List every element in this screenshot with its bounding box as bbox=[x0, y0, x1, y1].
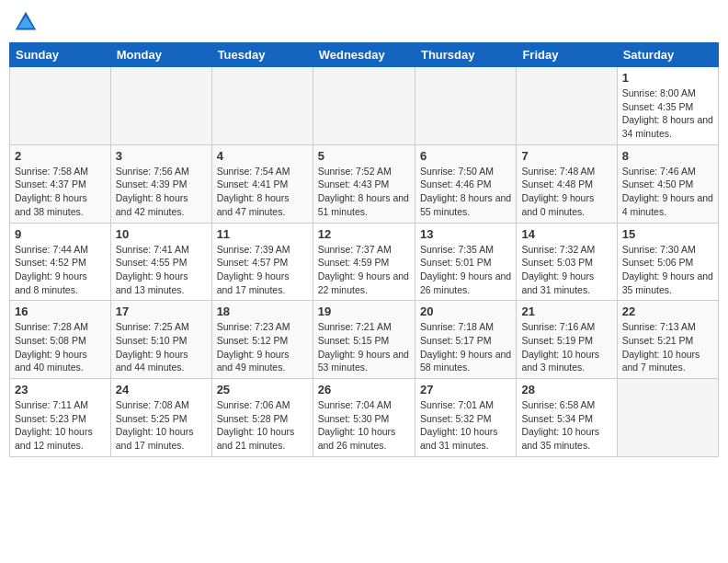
day-info: Sunrise: 7:39 AM Sunset: 4:57 PM Dayligh… bbox=[217, 243, 308, 297]
dow-header-friday: Friday bbox=[517, 43, 617, 67]
day-number: 19 bbox=[318, 304, 410, 318]
day-number: 26 bbox=[318, 383, 410, 396]
calendar-cell: 8Sunrise: 7:46 AM Sunset: 4:50 PM Daylig… bbox=[617, 144, 718, 223]
calendar-cell: 10Sunrise: 7:41 AM Sunset: 4:55 PM Dayli… bbox=[110, 223, 211, 301]
day-info: Sunrise: 7:11 AM Sunset: 5:23 PM Dayligh… bbox=[15, 398, 106, 453]
day-number: 25 bbox=[217, 383, 308, 396]
day-info: Sunrise: 7:37 AM Sunset: 4:59 PM Dayligh… bbox=[318, 243, 410, 297]
day-info: Sunrise: 7:13 AM Sunset: 5:21 PM Dayligh… bbox=[622, 320, 713, 374]
day-of-week-row: SundayMondayTuesdayWednesdayThursdayFrid… bbox=[10, 43, 719, 67]
day-number: 1 bbox=[622, 71, 713, 85]
calendar-cell bbox=[313, 67, 415, 145]
day-info: Sunrise: 7:48 AM Sunset: 4:48 PM Dayligh… bbox=[521, 165, 611, 219]
dow-header-sunday: Sunday bbox=[10, 43, 111, 67]
day-number: 12 bbox=[318, 227, 410, 241]
day-info: Sunrise: 7:23 AM Sunset: 5:12 PM Dayligh… bbox=[217, 320, 308, 374]
page-header bbox=[9, 9, 719, 35]
day-number: 5 bbox=[318, 149, 410, 163]
calendar-cell: 27Sunrise: 7:01 AM Sunset: 5:32 PM Dayli… bbox=[415, 379, 516, 457]
dow-header-monday: Monday bbox=[110, 43, 211, 67]
day-info: Sunrise: 8:00 AM Sunset: 4:35 PM Dayligh… bbox=[622, 86, 713, 141]
calendar-cell: 14Sunrise: 7:32 AM Sunset: 5:03 PM Dayli… bbox=[517, 223, 617, 301]
day-info: Sunrise: 6:58 AM Sunset: 5:34 PM Dayligh… bbox=[521, 398, 611, 453]
calendar-cell: 12Sunrise: 7:37 AM Sunset: 4:59 PM Dayli… bbox=[313, 223, 415, 301]
day-info: Sunrise: 7:25 AM Sunset: 5:10 PM Dayligh… bbox=[116, 320, 207, 374]
calendar-cell: 26Sunrise: 7:04 AM Sunset: 5:30 PM Dayli… bbox=[313, 379, 415, 457]
day-info: Sunrise: 7:04 AM Sunset: 5:30 PM Dayligh… bbox=[318, 398, 410, 453]
calendar-cell bbox=[211, 67, 313, 145]
calendar-cell: 5Sunrise: 7:52 AM Sunset: 4:43 PM Daylig… bbox=[313, 144, 415, 223]
calendar-cell bbox=[415, 67, 516, 145]
day-info: Sunrise: 7:18 AM Sunset: 5:17 PM Dayligh… bbox=[420, 320, 511, 374]
calendar-cell: 19Sunrise: 7:21 AM Sunset: 5:15 PM Dayli… bbox=[313, 301, 415, 379]
day-info: Sunrise: 7:32 AM Sunset: 5:03 PM Dayligh… bbox=[521, 243, 611, 297]
day-info: Sunrise: 7:54 AM Sunset: 4:41 PM Dayligh… bbox=[217, 165, 308, 219]
calendar-cell: 20Sunrise: 7:18 AM Sunset: 5:17 PM Dayli… bbox=[415, 301, 516, 379]
day-info: Sunrise: 7:50 AM Sunset: 4:46 PM Dayligh… bbox=[420, 165, 511, 219]
day-info: Sunrise: 7:58 AM Sunset: 4:37 PM Dayligh… bbox=[15, 165, 106, 219]
calendar-cell bbox=[110, 67, 211, 145]
calendar-table: SundayMondayTuesdayWednesdayThursdayFrid… bbox=[9, 42, 719, 457]
calendar-cell: 28Sunrise: 6:58 AM Sunset: 5:34 PM Dayli… bbox=[517, 379, 617, 457]
day-info: Sunrise: 7:06 AM Sunset: 5:28 PM Dayligh… bbox=[217, 398, 308, 453]
calendar-cell bbox=[517, 67, 617, 145]
day-number: 21 bbox=[521, 304, 611, 318]
day-number: 13 bbox=[420, 227, 511, 241]
calendar-cell bbox=[10, 67, 111, 145]
week-row-5: 23Sunrise: 7:11 AM Sunset: 5:23 PM Dayli… bbox=[10, 379, 719, 457]
day-info: Sunrise: 7:52 AM Sunset: 4:43 PM Dayligh… bbox=[318, 165, 410, 219]
calendar-cell: 3Sunrise: 7:56 AM Sunset: 4:39 PM Daylig… bbox=[110, 144, 211, 223]
calendar-cell bbox=[617, 379, 718, 457]
day-number: 14 bbox=[521, 227, 611, 241]
day-info: Sunrise: 7:30 AM Sunset: 5:06 PM Dayligh… bbox=[622, 243, 713, 297]
week-row-2: 2Sunrise: 7:58 AM Sunset: 4:37 PM Daylig… bbox=[10, 144, 719, 223]
day-info: Sunrise: 7:44 AM Sunset: 4:52 PM Dayligh… bbox=[15, 243, 106, 297]
day-number: 18 bbox=[217, 304, 308, 318]
week-row-4: 16Sunrise: 7:28 AM Sunset: 5:08 PM Dayli… bbox=[10, 301, 719, 379]
calendar-cell: 1Sunrise: 8:00 AM Sunset: 4:35 PM Daylig… bbox=[617, 67, 718, 145]
day-info: Sunrise: 7:56 AM Sunset: 4:39 PM Dayligh… bbox=[116, 165, 207, 219]
day-number: 7 bbox=[521, 149, 611, 163]
day-number: 24 bbox=[116, 383, 207, 396]
day-info: Sunrise: 7:08 AM Sunset: 5:25 PM Dayligh… bbox=[116, 398, 207, 453]
calendar-cell: 25Sunrise: 7:06 AM Sunset: 5:28 PM Dayli… bbox=[211, 379, 313, 457]
calendar-body: 1Sunrise: 8:00 AM Sunset: 4:35 PM Daylig… bbox=[10, 67, 719, 457]
day-number: 10 bbox=[116, 227, 207, 241]
dow-header-tuesday: Tuesday bbox=[211, 43, 313, 67]
calendar-cell: 6Sunrise: 7:50 AM Sunset: 4:46 PM Daylig… bbox=[415, 144, 516, 223]
week-row-3: 9Sunrise: 7:44 AM Sunset: 4:52 PM Daylig… bbox=[10, 223, 719, 301]
day-number: 22 bbox=[622, 304, 713, 318]
day-number: 2 bbox=[15, 149, 106, 163]
logo bbox=[13, 9, 42, 35]
day-number: 20 bbox=[420, 304, 511, 318]
calendar-cell: 17Sunrise: 7:25 AM Sunset: 5:10 PM Dayli… bbox=[110, 301, 211, 379]
calendar-cell: 15Sunrise: 7:30 AM Sunset: 5:06 PM Dayli… bbox=[617, 223, 718, 301]
day-number: 28 bbox=[521, 383, 611, 396]
day-info: Sunrise: 7:21 AM Sunset: 5:15 PM Dayligh… bbox=[318, 320, 410, 374]
calendar-cell: 11Sunrise: 7:39 AM Sunset: 4:57 PM Dayli… bbox=[211, 223, 313, 301]
day-number: 17 bbox=[116, 304, 207, 318]
day-info: Sunrise: 7:16 AM Sunset: 5:19 PM Dayligh… bbox=[521, 320, 611, 374]
day-number: 15 bbox=[622, 227, 713, 241]
dow-header-wednesday: Wednesday bbox=[313, 43, 415, 67]
calendar-cell: 18Sunrise: 7:23 AM Sunset: 5:12 PM Dayli… bbox=[211, 301, 313, 379]
calendar-cell: 24Sunrise: 7:08 AM Sunset: 5:25 PM Dayli… bbox=[110, 379, 211, 457]
day-number: 11 bbox=[217, 227, 308, 241]
day-number: 6 bbox=[420, 149, 511, 163]
calendar-cell: 4Sunrise: 7:54 AM Sunset: 4:41 PM Daylig… bbox=[211, 144, 313, 223]
dow-header-saturday: Saturday bbox=[617, 43, 718, 67]
calendar-cell: 7Sunrise: 7:48 AM Sunset: 4:48 PM Daylig… bbox=[517, 144, 617, 223]
day-number: 16 bbox=[15, 304, 106, 318]
calendar-cell: 13Sunrise: 7:35 AM Sunset: 5:01 PM Dayli… bbox=[415, 223, 516, 301]
calendar-cell: 2Sunrise: 7:58 AM Sunset: 4:37 PM Daylig… bbox=[10, 144, 111, 223]
day-info: Sunrise: 7:35 AM Sunset: 5:01 PM Dayligh… bbox=[420, 243, 511, 297]
calendar-cell: 23Sunrise: 7:11 AM Sunset: 5:23 PM Dayli… bbox=[10, 379, 111, 457]
day-number: 27 bbox=[420, 383, 511, 396]
day-number: 8 bbox=[622, 149, 713, 163]
week-row-1: 1Sunrise: 8:00 AM Sunset: 4:35 PM Daylig… bbox=[10, 67, 719, 145]
day-number: 23 bbox=[15, 383, 106, 396]
day-number: 3 bbox=[116, 149, 207, 163]
calendar-cell: 22Sunrise: 7:13 AM Sunset: 5:21 PM Dayli… bbox=[617, 301, 718, 379]
day-info: Sunrise: 7:41 AM Sunset: 4:55 PM Dayligh… bbox=[116, 243, 207, 297]
calendar-cell: 9Sunrise: 7:44 AM Sunset: 4:52 PM Daylig… bbox=[10, 223, 111, 301]
